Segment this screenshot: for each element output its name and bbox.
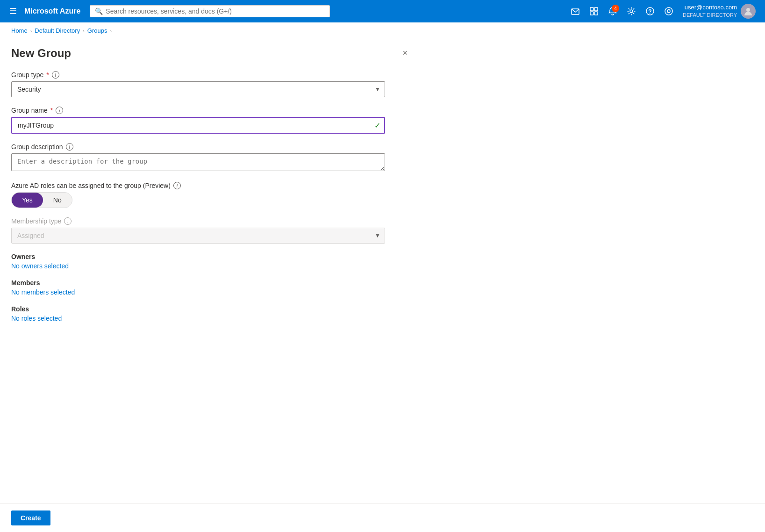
no-members-link[interactable]: No members selected	[11, 288, 75, 296]
search-input[interactable]	[106, 7, 324, 15]
membership-type-section: Membership type i Assigned Dynamic User …	[11, 217, 409, 244]
membership-type-info-icon[interactable]: i	[64, 217, 71, 225]
group-type-select-wrapper: Security Microsoft 365 ▼	[11, 81, 385, 97]
azure-ad-roles-section: Azure AD roles can be assigned to the gr…	[11, 182, 409, 208]
close-button[interactable]: ×	[400, 47, 409, 59]
group-type-label: Group type * i	[11, 71, 409, 79]
owners-section: Owners No owners selected	[11, 253, 409, 270]
svg-rect-3	[590, 12, 593, 15]
avatar	[741, 4, 756, 19]
breadcrumb-sep-2: ›	[83, 28, 85, 34]
feedback-icon-btn[interactable]	[660, 3, 677, 20]
membership-type-label: Membership type i	[11, 217, 409, 225]
svg-point-8	[665, 7, 672, 15]
breadcrumb: Home › Default Directory › Groups ›	[0, 22, 765, 39]
dashboard-icon-btn[interactable]	[586, 3, 602, 20]
user-profile[interactable]: user@contoso.com DEFAULT DIRECTORY	[679, 4, 759, 19]
breadcrumb-home[interactable]: Home	[11, 27, 28, 34]
breadcrumb-directory[interactable]: Default Directory	[35, 27, 80, 34]
owners-label: Owners	[11, 253, 409, 260]
roles-label: Roles	[11, 305, 409, 313]
user-directory: DEFAULT DIRECTORY	[683, 12, 737, 18]
yes-toggle-button[interactable]: Yes	[12, 193, 43, 208]
group-name-section: Group name * i ✓	[11, 107, 409, 134]
azure-ad-roles-toggle: Yes No	[11, 192, 72, 208]
page-header: New Group ×	[11, 47, 409, 60]
nav-icons: 4 ? user@contoso.com DEFAULT DIRECTORY	[567, 3, 759, 20]
no-owners-link[interactable]: No owners selected	[11, 262, 69, 270]
search-box[interactable]: 🔍	[90, 5, 329, 17]
breadcrumb-sep-1: ›	[30, 28, 32, 34]
group-description-section: Group description i	[11, 143, 409, 173]
top-navigation: ☰ Microsoft Azure 🔍 4 ? user@contoso.com	[0, 0, 765, 22]
breadcrumb-sep-3: ›	[110, 28, 112, 34]
group-name-label: Group name * i	[11, 107, 409, 114]
user-email: user@contoso.com	[683, 4, 737, 12]
email-icon-btn[interactable]	[567, 3, 584, 20]
group-description-label: Group description i	[11, 143, 409, 151]
membership-type-select[interactable]: Assigned Dynamic User Dynamic Device	[11, 228, 385, 244]
svg-rect-2	[594, 7, 598, 11]
breadcrumb-groups[interactable]: Groups	[87, 27, 107, 34]
group-type-select[interactable]: Security Microsoft 365	[11, 81, 385, 97]
group-description-input[interactable]	[11, 153, 385, 171]
svg-rect-4	[594, 12, 598, 15]
page-container: New Group × Group type * i Security Micr…	[0, 39, 421, 378]
page-title: New Group	[11, 47, 71, 60]
group-name-info-icon[interactable]: i	[56, 107, 63, 114]
group-description-info-icon[interactable]: i	[66, 143, 73, 151]
members-section: Members No members selected	[11, 279, 409, 296]
no-toggle-button[interactable]: No	[43, 193, 72, 208]
group-type-section: Group type * i Security Microsoft 365 ▼	[11, 71, 409, 97]
app-brand: Microsoft Azure	[24, 7, 80, 15]
members-label: Members	[11, 279, 409, 287]
search-icon: 🔍	[95, 7, 103, 15]
group-name-input-wrapper: ✓	[11, 117, 385, 134]
svg-text:?: ?	[648, 8, 651, 15]
svg-rect-1	[590, 7, 593, 11]
notification-badge: 4	[612, 5, 619, 12]
svg-point-5	[630, 10, 633, 13]
azure-ad-roles-label: Azure AD roles can be assigned to the gr…	[11, 182, 409, 189]
membership-type-select-wrapper: Assigned Dynamic User Dynamic Device ▼	[11, 228, 385, 244]
roles-section: Roles No roles selected	[11, 305, 409, 322]
help-icon-btn[interactable]: ?	[642, 3, 658, 20]
group-name-required: *	[50, 107, 53, 114]
group-name-checkmark-icon: ✓	[374, 121, 380, 130]
group-type-required: *	[46, 71, 49, 79]
group-type-info-icon[interactable]: i	[52, 71, 59, 79]
notifications-icon-btn[interactable]: 4	[604, 3, 621, 20]
hamburger-menu[interactable]: ☰	[6, 4, 21, 18]
settings-icon-btn[interactable]	[623, 3, 640, 20]
no-roles-link[interactable]: No roles selected	[11, 315, 62, 322]
azure-ad-roles-info-icon[interactable]: i	[173, 182, 181, 189]
svg-point-10	[746, 8, 750, 12]
group-name-input[interactable]	[11, 117, 385, 134]
